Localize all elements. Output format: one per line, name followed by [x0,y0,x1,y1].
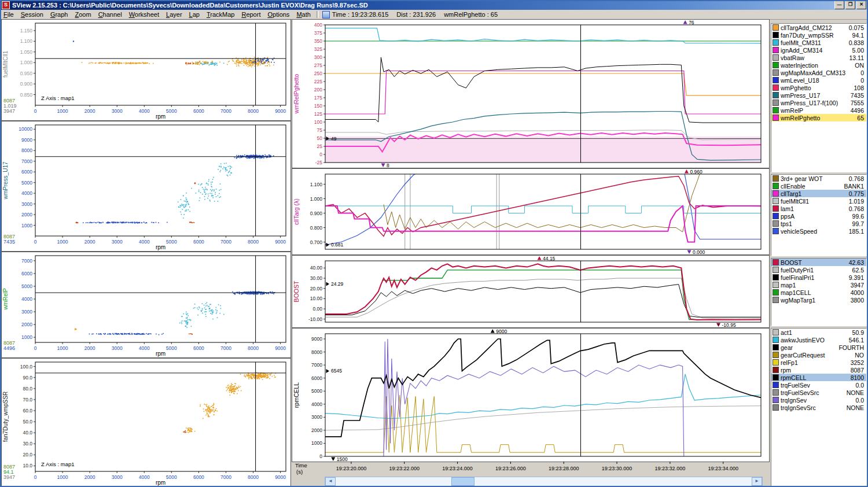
menu-item-graph[interactable]: Graph [47,10,72,19]
svg-text:1000: 1000 [21,334,32,340]
chart-wmPress-vs-rpm[interactable]: wmPress_U1710000900080007000600050004000… [1,121,291,252]
svg-text:7000: 7000 [220,108,231,114]
close-button[interactable]: ✕ [856,1,866,9]
channel-row-trqFuelSevSrc[interactable]: trqFuelSevSrcNONE [771,389,866,396]
horizontal-scrollbar[interactable]: ◄ ► [325,477,763,486]
svg-text:19:23:20.000: 19:23:20.000 [336,466,367,471]
svg-text:4496: 4496 [3,345,15,351]
channel-row-3rd+ gear WOT[interactable]: 3rd+ gear WOT0.768 [771,175,866,182]
channel-row-awkwJustinEVO[interactable]: awkwJustinEVO546.1 [771,336,866,344]
channel-row-ignAdd_CM314[interactable]: ignAdd_CM3145.00 [771,46,866,54]
channel-name: fuelMltCll1 [781,198,849,205]
svg-text:3000: 3000 [21,309,32,315]
svg-text:cllTarg (λ): cllTarg (λ) [293,198,300,225]
channel-row-map1CELL[interactable]: map1CELL4000 [771,289,866,296]
menu-item-report[interactable]: Report [238,10,264,19]
svg-text:60.0: 60.0 [23,408,32,414]
svg-text:6000: 6000 [193,239,204,245]
channel-row-trqFuelSev[interactable]: trqFuelSev0.0 [771,381,866,389]
scrollbar-track[interactable] [336,477,752,486]
channel-value: 3252 [851,359,865,366]
channel-row-fuelDutyPri1[interactable]: fuelDutyPri162.5 [771,266,866,274]
channel-row-gear[interactable]: gearFOURTH [771,344,866,351]
chart-wmRelPghetto-time[interactable]: wmRelPghetto4003753503253002752502252001… [292,19,770,168]
channel-row-wmPghetto[interactable]: wmPghetto108 [771,84,866,91]
menu-item-layer[interactable]: Layer [163,10,186,19]
svg-text:5000: 5000 [166,239,177,245]
svg-text:9000: 9000 [21,137,32,143]
restore-button[interactable]: ❐ [845,1,855,9]
svg-text:8000: 8000 [311,349,322,355]
channel-value: 546.1 [849,337,865,344]
menu-item-zoom[interactable]: Zoom [71,10,94,19]
svg-text:1500: 1500 [337,456,348,462]
minimize-button[interactable]: — [834,1,844,9]
svg-text:0.700: 0.700 [310,239,323,245]
chart-fan7Duty-vs-rpm[interactable]: fan7Duty_wmpSSR100.090.080.070.060.050.0… [1,358,291,487]
scroll-right-button[interactable]: ► [752,477,762,486]
channel-row-rpm[interactable]: rpm8087 [771,366,866,374]
channel-row-waterInjection[interactable]: waterInjectionON [771,61,866,69]
chart-cllTarg-time[interactable]: cllTarg (λ)1.1001.0000.9000.8000.7000.96… [292,168,770,255]
channel-row-rpmCELL[interactable]: rpmCELL8100 [771,374,866,381]
channel-row-cllTargAdd_CM212[interactable]: cllTargAdd_CM2120.075 [771,24,866,31]
scrollbar-thumb[interactable] [451,477,475,486]
svg-text:100.0: 100.0 [20,364,33,370]
channel-value: 5.00 [852,47,865,54]
scroll-left-button[interactable]: ◄ [325,477,336,486]
chart-boost-time[interactable]: BOOST40.0030.0020.0010.000.00-10.0044.15… [292,255,770,328]
svg-text:49: 49 [331,136,337,142]
channel-row-gearCutRequest[interactable]: gearCutRequestNO [771,351,866,359]
svg-text:19:23:30.000: 19:23:30.000 [602,466,632,471]
channel-row-wmRelP[interactable]: wmRelP4496 [771,106,866,114]
channel-row-relFp1[interactable]: relFp13252 [771,359,866,366]
svg-text:5000: 5000 [21,283,32,289]
svg-text:1.000: 1.000 [310,196,323,202]
channel-row-ppsA[interactable]: ppsA99.6 [771,212,866,220]
channel-row-cllEnable[interactable]: cllEnableBANK1 [771,182,866,190]
svg-text:0: 0 [34,345,37,351]
svg-text:6000: 6000 [21,169,32,175]
channel-row-wmPress_U17-f(100)[interactable]: wmPress_U17-f(100)7555 [771,99,866,106]
channel-row-wmPress_U17[interactable]: wmPress_U177435 [771,91,866,99]
chart-rpmcell-time[interactable]: rpmCELL900080007000600050004000300020001… [292,328,770,462]
channel-row-map1[interactable]: map13947 [771,281,866,289]
menu-item-worksheet[interactable]: Worksheet [126,10,163,19]
channel-row-wgMapMaxAdd_CM313[interactable]: wgMapMaxAdd_CM3130 [771,69,866,76]
menu-item-math[interactable]: Math [293,10,314,19]
channel-value: 13.11 [849,54,866,61]
channel-row-tps1[interactable]: tps199.7 [771,220,866,227]
chart-wmRelP-vs-rpm[interactable]: wmRelP7000600050004000300020001000010002… [1,252,291,358]
channel-row-BOOST[interactable]: BOOST42.63 [771,259,866,266]
svg-text:7000: 7000 [220,474,231,480]
channel-value: 0.775 [849,190,865,197]
chart-fuelMltCll1-vs-rpm[interactable]: fuelMltCll11.1501.1001.0501.0000.9500.90… [1,19,291,121]
channel-value: 7555 [851,99,865,106]
svg-text:2000: 2000 [84,474,95,480]
menu-item-options[interactable]: Options [264,10,293,19]
channel-color-swatch [773,47,779,53]
menu-item-session[interactable]: Session [17,10,47,19]
channel-row-lam1[interactable]: lam10.768 [771,205,866,212]
svg-text:4000: 4000 [139,345,150,351]
channel-row-wmRelPghetto[interactable]: wmRelPghetto65 [771,114,866,121]
channel-name: cllTarg1 [781,190,849,197]
menu-item-channel[interactable]: Channel [95,10,126,19]
menu-item-trackmap[interactable]: TrackMap [203,10,238,19]
channel-row-fuelFinalPri1[interactable]: fuelFinalPri19.391 [771,274,866,281]
channel-row-trqIgnSev[interactable]: trqIgnSev0.0 [771,396,866,404]
channel-row-vbatRaw[interactable]: vbatRaw13.11 [771,54,866,61]
channel-value: NONE [847,389,865,396]
channel-row-wgMapTarg1[interactable]: wgMapTarg13800 [771,296,866,304]
channel-row-fuelMltCll1[interactable]: fuelMltCll11.019 [771,197,866,205]
channel-row-cllTarg1[interactable]: cllTarg10.775 [771,190,866,197]
channel-row-fan7Duty_wmpSSR[interactable]: fan7Duty_wmpSSR94.1 [771,31,866,39]
menu-item-lap[interactable]: Lap [186,10,203,19]
channel-row-vehicleSpeed[interactable]: vehicleSpeed185.1 [771,227,866,235]
channel-row-wmLevel_U18[interactable]: wmLevel_U180 [771,76,866,84]
channel-name: cllEnable [781,183,844,190]
menu-item-file[interactable]: File [0,10,17,19]
channel-row-fuelMlt_CM311[interactable]: fuelMlt_CM3110.838 [771,39,866,46]
channel-row-act1[interactable]: act150.9 [771,329,866,336]
channel-row-trqIgnSevSrc[interactable]: trqIgnSevSrcNONE [771,404,866,411]
